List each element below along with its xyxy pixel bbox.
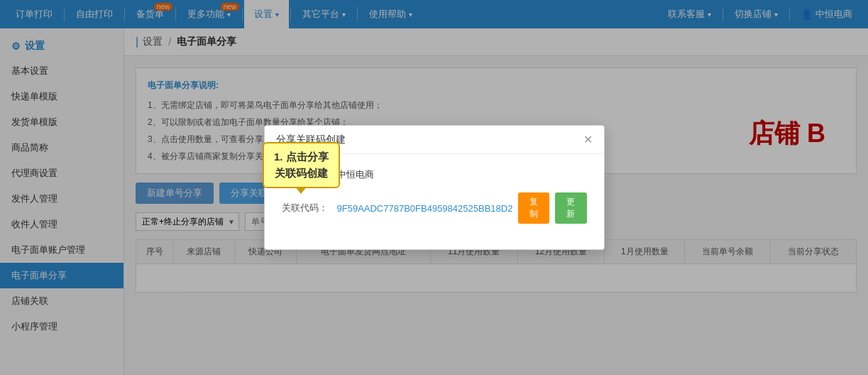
- modal-overlay: 分享关联码创建 ✕ 当前店铺： 中恒电商 关联代码： 9F59AADC7787B…: [0, 0, 868, 375]
- modal-code-area: 9F59AADC7787B0FB4959842525BB18D2 复制 更新: [337, 192, 587, 224]
- modal-close-button[interactable]: ✕: [583, 133, 593, 146]
- copy-button[interactable]: 复制: [518, 192, 549, 224]
- modal-code-value: 9F59AADC7787B0FB4959842525BB18D2: [337, 203, 513, 214]
- modal-code-row: 关联代码： 9F59AADC7787B0FB4959842525BB18D2 复…: [282, 192, 587, 224]
- callout-1: 1. 点击分享 关联码创建: [263, 142, 340, 188]
- modal-store-value: 中恒电商: [337, 168, 374, 181]
- refresh-button[interactable]: 更新: [555, 192, 586, 224]
- page-wrapper: 订单打印 自由打印 备货单 new 更多功能 new ▾ 设置 ▾ 其它平台 ▾…: [0, 0, 868, 375]
- modal-code-label: 关联代码：: [282, 202, 331, 214]
